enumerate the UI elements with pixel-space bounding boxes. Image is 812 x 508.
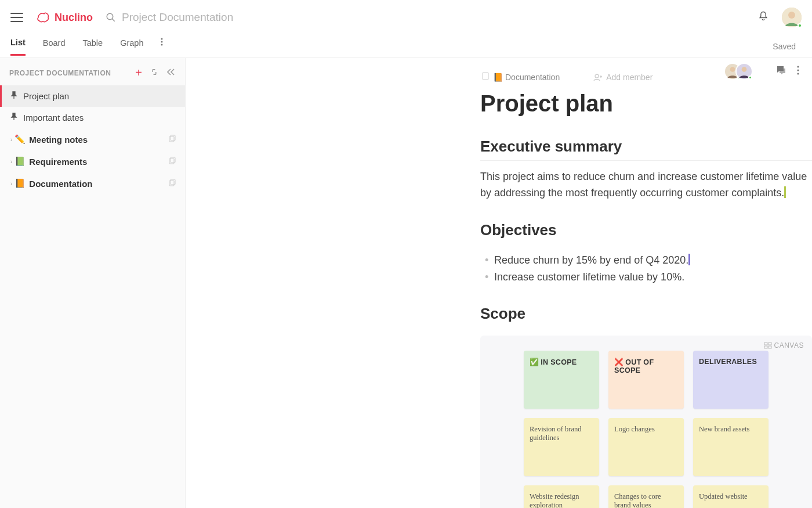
- canvas-card[interactable]: Logo changes: [608, 418, 684, 476]
- svg-rect-8: [171, 135, 175, 140]
- heading-objectives[interactable]: Objectives: [480, 221, 812, 244]
- page-icon: [481, 72, 490, 82]
- svg-point-4: [161, 38, 163, 39]
- objective-item[interactable]: Increase customer lifetime value by 10%.: [480, 269, 812, 286]
- canvas-column-deliverables: DELIVERABLES New brand assets Updated we…: [693, 351, 768, 508]
- book-icon: 📗: [14, 156, 26, 167]
- view-tabs: List Board Table Graph Saved: [0, 35, 812, 58]
- doc-more-button[interactable]: [797, 66, 799, 77]
- svg-rect-23: [768, 343, 771, 345]
- heading-executive-summary[interactable]: Executive summary: [480, 138, 812, 161]
- canvas-card[interactable]: Changes to core brand values: [608, 485, 684, 508]
- chevron-right-icon: ›: [10, 136, 12, 143]
- sidebar-item-label: Project plan: [23, 91, 69, 101]
- search-input[interactable]: Project Documentation: [106, 11, 757, 24]
- canvas-column-out-of-scope: ❌OUT OF SCOPE Logo changes Changes to co…: [608, 351, 684, 508]
- canvas-card[interactable]: ✅IN SCOPE: [524, 351, 599, 409]
- svg-rect-11: [169, 181, 174, 186]
- canvas-card[interactable]: Revision of brand guidelines: [524, 418, 599, 476]
- svg-point-14: [595, 74, 599, 78]
- expand-icon: [150, 68, 158, 76]
- svg-point-20: [797, 69, 799, 71]
- cross-icon: ❌: [614, 358, 624, 366]
- page-title[interactable]: Project plan: [480, 91, 812, 117]
- svg-rect-10: [171, 157, 175, 163]
- sidebar-item-documentation[interactable]: › 📙 Documentation: [0, 172, 185, 194]
- collaborator-cursor: [688, 254, 690, 265]
- save-status: Saved: [773, 42, 796, 51]
- sidebar-header: PROJECT DOCUMENTATION +: [0, 58, 185, 85]
- expand-button[interactable]: [150, 68, 158, 78]
- notifications-button[interactable]: [757, 10, 769, 24]
- dots-vertical-icon: [161, 38, 163, 46]
- svg-point-21: [797, 73, 799, 74]
- sidebar-item-project-plan[interactable]: Project plan: [0, 85, 185, 107]
- copy-icon: [168, 135, 176, 145]
- comments-button[interactable]: [776, 65, 786, 78]
- copy-icon: [168, 157, 176, 167]
- scope-canvas[interactable]: CANVAS ✅IN SCOPE Revision of brand guide…: [480, 336, 812, 508]
- app-logo[interactable]: Nuclino: [35, 11, 93, 24]
- chat-icon: [776, 65, 786, 75]
- collaborator-avatar[interactable]: [735, 63, 753, 80]
- topbar: Nuclino Project Documentation: [0, 0, 812, 35]
- tabs-more-button[interactable]: [161, 38, 163, 55]
- menu-button[interactable]: [10, 13, 23, 22]
- svg-point-5: [161, 41, 163, 42]
- svg-rect-13: [483, 73, 488, 80]
- sidebar-item-requirements[interactable]: › 📗 Requirements: [0, 150, 185, 172]
- person-plus-icon: [593, 73, 603, 81]
- tab-table[interactable]: Table: [82, 38, 103, 55]
- pencil-icon: ✏️: [14, 134, 26, 145]
- check-icon: ✅: [530, 358, 539, 366]
- collaborator-avatars[interactable]: [724, 63, 753, 80]
- canvas-card[interactable]: DELIVERABLES: [693, 351, 768, 409]
- sidebar-item-meeting-notes[interactable]: › ✏️ Meeting notes: [0, 128, 185, 150]
- tab-board[interactable]: Board: [43, 38, 66, 55]
- svg-point-0: [107, 13, 113, 20]
- svg-point-19: [797, 66, 799, 67]
- add-member-button[interactable]: Add member: [593, 73, 652, 82]
- canvas-icon: [764, 342, 772, 349]
- sidebar-item-label: Documentation: [29, 179, 92, 189]
- document-body[interactable]: Project plan Executive summary This proj…: [186, 58, 812, 508]
- app-name: Nuclino: [55, 12, 93, 24]
- canvas-card[interactable]: ❌OUT OF SCOPE: [608, 351, 684, 409]
- objective-item[interactable]: Reduce churn by 15% by end of Q4 2020.: [480, 252, 812, 269]
- svg-rect-25: [768, 346, 771, 348]
- collapse-sidebar-button[interactable]: [166, 68, 176, 78]
- canvas-card[interactable]: Updated website: [693, 485, 768, 508]
- canvas-card[interactable]: New brand assets: [693, 418, 768, 476]
- collaborator-cursor: [784, 186, 786, 198]
- svg-point-18: [742, 67, 747, 72]
- bell-icon: [757, 10, 769, 22]
- dots-vertical-icon: [797, 66, 799, 75]
- add-page-button[interactable]: +: [135, 66, 142, 80]
- canvas-card[interactable]: Website redesign exploration: [524, 485, 599, 508]
- objectives-list[interactable]: Reduce churn by 15% by end of Q4 2020. I…: [480, 252, 812, 286]
- executive-summary-text[interactable]: This project aims to reduce churn and in…: [480, 169, 812, 201]
- breadcrumb-folder[interactable]: Documentation: [505, 73, 560, 82]
- folder-icon: 📙: [493, 73, 503, 82]
- svg-rect-7: [169, 136, 174, 142]
- svg-point-6: [161, 44, 163, 45]
- tab-graph[interactable]: Graph: [120, 38, 143, 55]
- book-icon: 📙: [14, 178, 26, 189]
- copy-icon: [168, 179, 176, 189]
- user-avatar[interactable]: [782, 8, 802, 27]
- sidebar-item-label: Requirements: [29, 157, 87, 167]
- heading-scope[interactable]: Scope: [480, 305, 812, 327]
- breadcrumb: 📙 Documentation Add member: [481, 72, 652, 82]
- sidebar-item-important-dates[interactable]: Important dates: [0, 107, 185, 128]
- presence-indicator: [798, 23, 802, 28]
- search-icon: [106, 12, 116, 23]
- presence-indicator: [748, 75, 752, 80]
- sidebar: PROJECT DOCUMENTATION + Project plan Imp…: [0, 58, 186, 508]
- pin-icon: [10, 91, 17, 101]
- chevron-right-icon: ›: [10, 181, 12, 187]
- tab-list[interactable]: List: [10, 38, 26, 56]
- svg-rect-22: [764, 343, 767, 345]
- search-placeholder: Project Documentation: [122, 11, 233, 24]
- canvas-column-in-scope: ✅IN SCOPE Revision of brand guidelines W…: [524, 351, 599, 508]
- chevrons-left-icon: [166, 68, 176, 76]
